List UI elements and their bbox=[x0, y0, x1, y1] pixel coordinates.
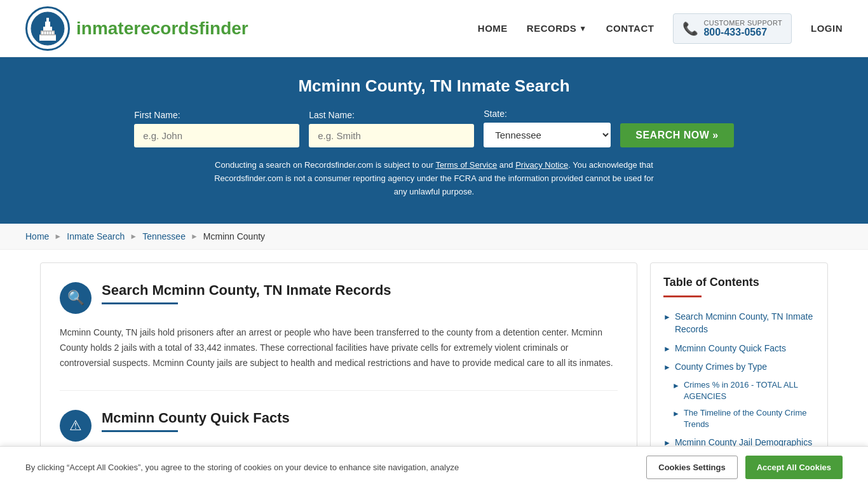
toc-underline bbox=[663, 295, 702, 297]
section-inmate-records: 🔍 Search Mcminn County, TN Inmate Record… bbox=[60, 282, 618, 390]
chevron-right-icon-1: ► bbox=[663, 312, 671, 323]
nav-records[interactable]: RECORDS ▼ bbox=[527, 23, 587, 34]
search-form: First Name: Last Name: State: Tennessee … bbox=[25, 109, 843, 147]
first-name-input[interactable] bbox=[134, 124, 299, 147]
toc-label-5: The Timeline of the County Crime Trends bbox=[684, 407, 815, 430]
site-header: inmaterecordsfinder HOME RECORDS ▼ CONTA… bbox=[0, 0, 868, 57]
logo-icon bbox=[25, 6, 70, 51]
breadcrumb-inmate-search[interactable]: Inmate Search bbox=[67, 231, 125, 241]
section-quick-facts: ⚠ Mcminn County Quick Facts bbox=[60, 410, 618, 442]
toc-label-2: Mcminn County Quick Facts bbox=[675, 342, 786, 355]
toc-label-3: County Crimes by Type bbox=[675, 361, 767, 374]
nav-contact[interactable]: CONTACT bbox=[606, 23, 654, 34]
nav-home[interactable]: HOME bbox=[478, 23, 508, 34]
breadcrumb-tennessee[interactable]: Tennessee bbox=[142, 231, 186, 241]
hero-title: Mcminn County, TN Inmate Search bbox=[25, 76, 843, 96]
support-info: CUSTOMER SUPPORT 800-433-0567 bbox=[703, 19, 782, 38]
cookie-buttons: Cookies Settings Accept All Cookies bbox=[646, 456, 843, 479]
toc-item-2[interactable]: ► Mcminn County Quick Facts bbox=[663, 339, 815, 358]
svg-rect-12 bbox=[39, 34, 56, 36]
breadcrumb-sep-1: ► bbox=[54, 232, 62, 241]
section2-title-area: Mcminn County Quick Facts bbox=[102, 410, 290, 432]
toc-sub-item-5[interactable]: ► The Timeline of the County Crime Trend… bbox=[663, 405, 815, 433]
cookie-text: By clicking “Accept All Cookies”, you ag… bbox=[25, 463, 634, 472]
search-icon: 🔍 bbox=[60, 282, 92, 314]
svg-rect-13 bbox=[41, 30, 55, 32]
section1-underline bbox=[102, 302, 178, 304]
svg-rect-5 bbox=[46, 18, 49, 22]
last-name-group: Last Name: bbox=[309, 110, 474, 147]
toc-title: Table of Contents bbox=[663, 276, 815, 289]
toc-item-1[interactable]: ► Search Mcminn County, TN Inmate Record… bbox=[663, 308, 815, 339]
section1-text: Mcminn County, TN jails hold prisoners a… bbox=[60, 325, 618, 370]
content-area: 🔍 Search Mcminn County, TN Inmate Record… bbox=[40, 262, 637, 472]
section1-title: Search Mcminn County, TN Inmate Records bbox=[102, 282, 391, 299]
search-button[interactable]: SEARCH NOW » bbox=[620, 123, 733, 147]
state-label: State: bbox=[484, 109, 507, 119]
logo-part2: finder bbox=[199, 18, 248, 38]
breadcrumb-home[interactable]: Home bbox=[25, 231, 49, 241]
chevron-right-icon-5: ► bbox=[672, 409, 680, 419]
chevron-right-icon-3: ► bbox=[663, 362, 671, 373]
section1-title-area: Search Mcminn County, TN Inmate Records bbox=[102, 282, 391, 304]
section2-title: Mcminn County Quick Facts bbox=[102, 410, 290, 426]
customer-support[interactable]: 📞 CUSTOMER SUPPORT 800-433-0567 bbox=[673, 13, 792, 44]
first-name-group: First Name: bbox=[134, 110, 299, 147]
logo-text: inmaterecordsfinder bbox=[76, 18, 248, 39]
hero-section: Mcminn County, TN Inmate Search First Na… bbox=[0, 57, 868, 224]
section1-header: 🔍 Search Mcminn County, TN Inmate Record… bbox=[60, 282, 618, 314]
section2-underline bbox=[102, 430, 178, 432]
state-group: State: Tennessee Alabama Alaska Arizona … bbox=[484, 109, 611, 147]
terms-link[interactable]: Terms of Service bbox=[435, 160, 497, 170]
svg-rect-3 bbox=[43, 27, 52, 31]
nav-login[interactable]: LOGIN bbox=[811, 23, 843, 34]
toc-item-3[interactable]: ► County Crimes by Type bbox=[663, 358, 815, 377]
logo-area: inmaterecordsfinder bbox=[25, 6, 248, 51]
main-nav: HOME RECORDS ▼ CONTACT 📞 CUSTOMER SUPPOR… bbox=[478, 13, 843, 44]
breadcrumb: Home ► Inmate Search ► Tennessee ► Mcmin… bbox=[0, 224, 868, 250]
logo-part1: inmaterecords bbox=[76, 18, 199, 38]
breadcrumb-sep-3: ► bbox=[191, 232, 198, 241]
privacy-link[interactable]: Privacy Notice bbox=[515, 160, 568, 170]
breadcrumb-current: Mcminn County bbox=[203, 231, 265, 241]
chevron-right-icon-4: ► bbox=[672, 381, 680, 391]
cookie-settings-button[interactable]: Cookies Settings bbox=[646, 456, 737, 479]
chevron-right-icon-2: ► bbox=[663, 344, 671, 355]
last-name-label: Last Name: bbox=[309, 110, 355, 120]
toc-label-1: Search Mcminn County, TN Inmate Records bbox=[675, 311, 815, 336]
hero-disclaimer: Conducting a search on Recordsfinder.com… bbox=[212, 159, 656, 198]
headset-icon: 📞 bbox=[682, 21, 698, 36]
cookie-banner: By clicking “Accept All Cookies”, you ag… bbox=[0, 446, 868, 488]
toc-label-4: Crimes % in 2016 - TOTAL ALL AGENCIES bbox=[684, 379, 815, 402]
toc-sub-item-4[interactable]: ► Crimes % in 2016 - TOTAL ALL AGENCIES bbox=[663, 377, 815, 405]
alert-icon: ⚠ bbox=[60, 410, 92, 442]
last-name-input[interactable] bbox=[309, 124, 474, 147]
support-label: CUSTOMER SUPPORT bbox=[703, 19, 782, 27]
support-number: 800-433-0567 bbox=[703, 27, 782, 38]
cookie-accept-button[interactable]: Accept All Cookies bbox=[745, 456, 843, 479]
nav-records-label: RECORDS bbox=[527, 23, 577, 34]
state-select[interactable]: Tennessee Alabama Alaska Arizona Arkansa… bbox=[484, 123, 611, 147]
breadcrumb-sep-2: ► bbox=[130, 232, 137, 241]
first-name-label: First Name: bbox=[134, 110, 180, 120]
svg-rect-4 bbox=[45, 22, 50, 27]
section2-header: ⚠ Mcminn County Quick Facts bbox=[60, 410, 618, 442]
chevron-down-icon: ▼ bbox=[579, 24, 587, 33]
